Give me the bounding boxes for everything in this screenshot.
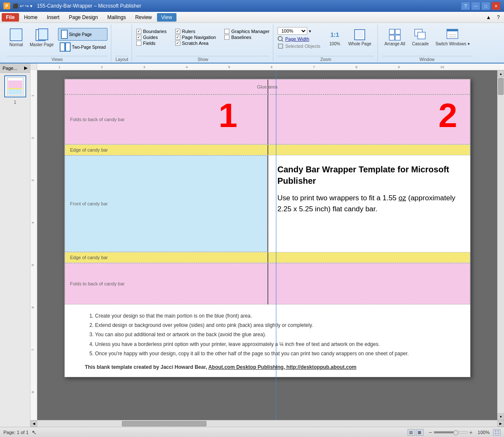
svg-rect-12 bbox=[389, 29, 394, 34]
zoom-slider-track[interactable] bbox=[434, 431, 468, 434]
boundaries-checkbox[interactable]: ✓ bbox=[136, 29, 141, 34]
view-reading-icon[interactable]: ▦ bbox=[416, 429, 424, 436]
scroll-v-thumb[interactable] bbox=[498, 78, 504, 95]
arrange-all-btn[interactable]: Arrange All bbox=[382, 26, 408, 48]
minimize-btn[interactable]: ─ bbox=[471, 2, 480, 10]
master-page-btn[interactable]: Master Page bbox=[27, 26, 56, 49]
scroll-h-thumb[interactable] bbox=[122, 421, 207, 426]
svg-text:7: 7 bbox=[31, 348, 35, 351]
svg-rect-23 bbox=[8, 80, 22, 83]
maximize-btn[interactable]: □ bbox=[481, 2, 490, 10]
scroll-up-btn[interactable]: ▲ bbox=[498, 70, 504, 77]
rulers-cb[interactable]: ✓ Rulers bbox=[175, 29, 216, 34]
normal-view-btn[interactable]: Normal bbox=[7, 26, 25, 49]
fullscreen-btn[interactable]: ⛶ bbox=[493, 429, 501, 436]
graphics-mgr-cb[interactable]: Graphics Manager bbox=[224, 29, 270, 34]
svg-text:4: 4 bbox=[31, 221, 35, 224]
edge-bottom: Edge of candy bar bbox=[65, 252, 470, 263]
scratch-checkbox[interactable]: ✓ bbox=[175, 41, 180, 46]
svg-rect-9 bbox=[278, 44, 283, 48]
title-bar-controls: ? ─ □ ✕ bbox=[461, 2, 501, 10]
candy-desc: Use to print two wrappers to fit a 1.55 … bbox=[278, 193, 460, 215]
scroll-left-btn[interactable]: ◀ bbox=[30, 420, 37, 427]
credit-link[interactable]: About.com Desktop Publishing, http://des… bbox=[208, 364, 356, 370]
horizontal-scrollbar[interactable]: ◀ ▶ bbox=[30, 420, 504, 427]
vertical-scrollbar[interactable]: ▲ ▼ bbox=[497, 70, 504, 420]
svg-rect-4 bbox=[61, 30, 67, 39]
zoom-slider-fill bbox=[434, 431, 454, 433]
single-page-btn[interactable]: Single Page bbox=[58, 28, 107, 41]
help-icon[interactable]: ? bbox=[494, 13, 502, 22]
whole-page-btn[interactable]: Whole Page bbox=[346, 26, 374, 48]
zoom-dropdown-icon[interactable]: ▾ bbox=[309, 29, 311, 33]
svg-text:3: 3 bbox=[143, 65, 146, 69]
page-nav-checkbox[interactable]: ✓ bbox=[175, 35, 180, 40]
svg-text:8: 8 bbox=[355, 65, 358, 69]
menu-pagedesign[interactable]: Page Design bbox=[65, 13, 102, 22]
scratch-cb[interactable]: ✓ Scratch Area bbox=[175, 41, 216, 46]
instruction-3: You can also put additional text or artw… bbox=[95, 330, 450, 339]
switch-windows-btn[interactable]: Switch Windows ▾ bbox=[433, 26, 472, 48]
svg-rect-24 bbox=[8, 83, 22, 88]
guides-checkbox[interactable]: ✓ bbox=[136, 35, 141, 40]
graphics-mgr-checkbox[interactable] bbox=[224, 29, 229, 34]
menu-mailings[interactable]: Mailings bbox=[103, 13, 130, 22]
selected-objects-btn[interactable]: Selected Objects bbox=[285, 44, 320, 49]
glue-area: Glue area bbox=[65, 79, 470, 94]
status-right: ▤ ▦ − + 100% ⛶ bbox=[408, 429, 501, 436]
canvas-scroll[interactable]: Glue area Folds to back of candy bar 1 2 bbox=[37, 70, 497, 420]
zoom-select[interactable]: 100% 75% 150% bbox=[278, 27, 307, 35]
scroll-v-track[interactable] bbox=[498, 77, 504, 413]
zoom-plus-btn[interactable]: + bbox=[469, 429, 473, 436]
svg-rect-13 bbox=[395, 29, 400, 34]
window-group: Arrange All Cascade Switch Windows ▾ Win… bbox=[379, 25, 476, 62]
ruler-h-marks: 1 2 3 4 5 6 7 8 9 10 bbox=[37, 64, 504, 70]
number-1: 1 bbox=[219, 99, 238, 133]
zoom-100-btn[interactable]: 1:1 100% bbox=[325, 26, 344, 48]
menu-insert[interactable]: Insert bbox=[43, 13, 64, 22]
scroll-right-btn[interactable]: ▶ bbox=[497, 420, 504, 427]
help-btn[interactable]: ? bbox=[461, 2, 470, 10]
views-group: Normal Master Page Single Page Two-Page … bbox=[3, 25, 111, 62]
menu-file[interactable]: File bbox=[2, 13, 19, 22]
zoom-icon bbox=[278, 36, 284, 42]
rulers-checkbox[interactable]: ✓ bbox=[175, 29, 180, 34]
ruler-corner bbox=[30, 64, 37, 70]
boundaries-cb[interactable]: ✓ Boundaries bbox=[136, 29, 167, 34]
collapse-ribbon[interactable]: ▲ bbox=[483, 13, 493, 22]
page-1-thumb[interactable] bbox=[4, 75, 26, 97]
front-right: Candy Bar Wrapper Template for Microsoft… bbox=[267, 155, 470, 252]
instruction-4: Unless you have a borderless print optio… bbox=[95, 340, 450, 349]
panel-expand-icon[interactable]: ▶ bbox=[24, 65, 28, 71]
show-checkboxes-left: ✓ Boundaries ✓ Guides Fields bbox=[136, 26, 167, 46]
title-bar-left: P ⬛ ↩ ↪ ▾ 155-Candy-Bar-Wrapper – Micros… bbox=[3, 3, 141, 9]
baselines-cb[interactable]: Baselines bbox=[224, 35, 270, 40]
show-group: ✓ Boundaries ✓ Guides Fields ✓ Rulers bbox=[133, 25, 273, 62]
zoom-page-width-btn[interactable]: Page Width bbox=[285, 36, 309, 41]
center-divider-glue bbox=[267, 80, 268, 94]
instructions-list: Create your design so that the main port… bbox=[85, 311, 450, 358]
scroll-h-track[interactable] bbox=[37, 420, 497, 427]
layout-label: Layout bbox=[116, 56, 128, 62]
close-btn[interactable]: ✕ bbox=[491, 2, 501, 10]
guides-cb[interactable]: ✓ Guides bbox=[136, 35, 167, 40]
zoom-slider-thumb[interactable] bbox=[453, 430, 458, 435]
zoom-label: Zoom bbox=[278, 56, 374, 62]
zoom-minus-btn[interactable]: − bbox=[429, 429, 432, 436]
canvas-with-ruler: 1 2 3 4 5 6 7 8 Glue area bbox=[30, 70, 504, 420]
twopg-spread-btn[interactable]: Two-Page Spread bbox=[58, 41, 107, 53]
view-normal-icon[interactable]: ▤ bbox=[408, 429, 415, 436]
menu-review[interactable]: Review bbox=[131, 13, 156, 22]
baselines-checkbox[interactable] bbox=[224, 35, 229, 40]
scroll-down-btn[interactable]: ▼ bbox=[498, 413, 504, 420]
svg-line-8 bbox=[282, 40, 283, 41]
instructions-area: Create your design so that the main port… bbox=[65, 304, 470, 377]
cascade-btn[interactable]: Cascade bbox=[409, 26, 431, 48]
menu-view[interactable]: View bbox=[157, 13, 176, 22]
page-nav-cb[interactable]: ✓ Page Navigation bbox=[175, 35, 216, 40]
fields-cb[interactable]: Fields bbox=[136, 41, 167, 46]
view-mode-btns: ▤ ▦ bbox=[408, 429, 424, 436]
zoom-controls: − + 100% bbox=[429, 429, 490, 436]
fields-checkbox[interactable] bbox=[136, 41, 141, 46]
menu-home[interactable]: Home bbox=[20, 13, 42, 22]
